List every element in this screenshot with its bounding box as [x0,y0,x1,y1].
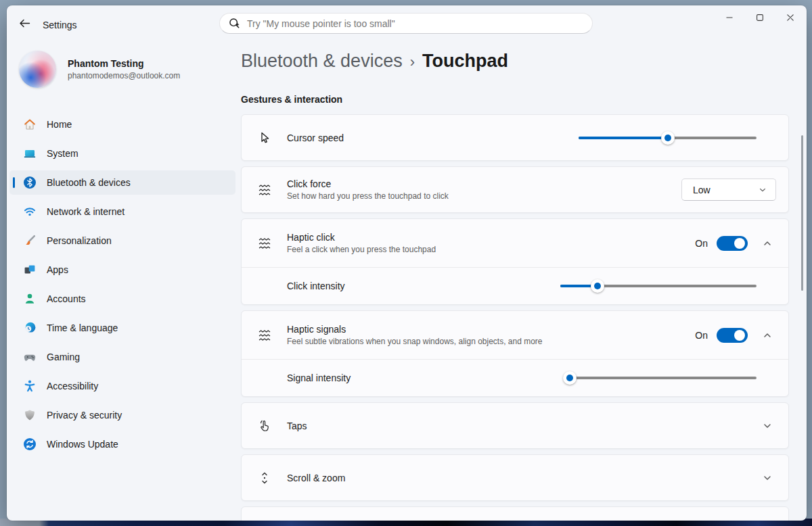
sidebar-item-label: Gaming [47,352,80,362]
toggle-knob [734,330,745,341]
click-intensity-label: Click intensity [287,281,345,291]
chevron-up-icon[interactable] [759,327,776,344]
scroll-zoom-row[interactable]: Scroll & zoom [242,455,788,500]
haptic-signals-label: Haptic signals [287,324,543,335]
settings-window: Settings [7,5,807,521]
profile-name: Phantom Testing [68,58,180,69]
network-icon [23,205,37,218]
click-force-description: Set how hard you press the touchpad to c… [287,191,449,201]
taps-label: Taps [287,421,307,431]
haptic-signals-card: Haptic signals Feel subtle vibrations wh… [241,310,789,397]
sidebar-item-label: Time & language [47,322,118,333]
toggle-knob [734,238,745,249]
close-button[interactable] [775,7,805,30]
accessibility-icon [23,379,37,393]
signal-intensity-slider[interactable] [564,371,757,385]
accounts-icon [23,292,37,306]
privacy-security-icon [23,408,37,422]
cursor-icon [258,131,271,145]
search-input[interactable] [247,18,584,29]
back-button[interactable] [16,17,33,32]
haptic-waves-icon [258,329,271,342]
sidebar-item-label: Accounts [47,293,86,304]
slider-thumb[interactable] [591,279,604,293]
slider-thumb[interactable] [563,371,577,385]
haptic-waves-icon [258,237,271,250]
click-force-row: Click force Set how hard you press the t… [242,167,788,212]
click-force-dropdown[interactable]: Low [681,178,776,201]
click-force-value: Low [693,185,759,195]
bluetooth-icon [23,176,37,189]
sidebar-item-accounts[interactable]: Accounts [9,287,235,311]
maximize-button[interactable] [744,7,775,30]
search-box[interactable] [219,13,593,34]
signal-intensity-label: Signal intensity [287,373,351,383]
cursor-speed-label: Cursor speed [287,133,344,143]
chevron-down-icon[interactable] [759,417,776,435]
page-title: Touchpad [422,51,508,72]
cursor-speed-slider[interactable] [579,131,757,145]
section-heading: Gestures & interaction [241,94,807,105]
titlebar: Settings [7,5,807,38]
app-title: Settings [43,20,77,30]
sidebar-item-label: Bluetooth & devices [47,177,131,188]
scroll-zoom-label: Scroll & zoom [287,473,345,483]
minimize-button[interactable] [714,7,744,30]
haptic-click-toggle-label: On [695,238,708,249]
windows-update-icon [23,437,37,451]
sidebar-item-label: Privacy & security [47,410,122,421]
sidebar-item-label: Apps [47,264,68,275]
avatar [19,51,56,88]
sidebar-item-label: Home [47,119,72,130]
haptic-waves-icon [258,183,271,197]
back-arrow-icon [19,18,30,31]
search-sparkle-icon [228,17,241,30]
sidebar-item-windows-update[interactable]: Windows Update [9,432,235,456]
sidebar-nav: Home System [9,112,235,461]
sidebar-item-network-internet[interactable]: Network & internet [9,199,235,224]
sidebar-item-label: System [47,148,78,159]
sidebar-item-home[interactable]: Home [9,112,235,137]
sidebar-item-privacy-security[interactable]: Privacy & security [9,403,235,427]
vertical-scrollbar[interactable] [801,135,803,291]
main-content: Bluetooth & devices › Touchpad Gestures … [241,38,807,521]
sidebar-item-time-language[interactable]: Time & language [9,316,235,340]
chevron-up-icon[interactable] [759,235,776,252]
breadcrumb-parent[interactable]: Bluetooth & devices [241,51,403,72]
haptic-click-row[interactable]: Haptic click Feel a click when you press… [242,219,788,267]
haptic-click-toggle[interactable] [717,236,748,251]
cursor-speed-row: Cursor speed [242,115,788,160]
personalization-icon [23,234,37,247]
taps-row[interactable]: Taps [242,403,788,448]
slider-thumb[interactable] [661,131,675,145]
scroll-zoom-card: Scroll & zoom [241,454,789,501]
click-force-label: Click force [287,178,449,189]
settings-card-partial [241,506,789,521]
profile-email: phantomodemos@outlook.com [68,71,180,80]
haptic-click-card: Haptic click Feel a click when you press… [241,218,789,305]
haptic-signals-toggle[interactable] [717,328,748,343]
sidebar-item-label: Network & internet [47,206,125,217]
signal-intensity-row: Signal intensity [242,360,788,396]
sidebar-item-apps[interactable]: Apps [9,258,235,282]
sidebar-item-label: Accessibility [47,381,98,391]
account-profile[interactable]: Phantom Testing phantomodemos@outlook.co… [19,51,180,88]
sidebar-item-personalization[interactable]: Personalization [9,229,235,253]
taps-card: Taps [241,402,789,449]
window-controls [714,7,805,30]
haptic-signals-toggle-label: On [695,330,708,341]
sidebar-item-label: Windows Update [47,439,118,450]
click-force-card: Click force Set how hard you press the t… [241,166,789,213]
sidebar-item-system[interactable]: System [9,141,235,166]
sidebar-item-gaming[interactable]: Gaming [9,345,235,369]
haptic-signals-description: Feel subtle vibrations when you snap win… [287,337,543,346]
scroll-icon [258,471,271,485]
haptic-signals-row[interactable]: Haptic signals Feel subtle vibrations wh… [242,311,788,359]
sidebar-item-accessibility[interactable]: Accessibility [9,374,235,398]
close-icon [786,12,794,24]
sidebar-item-bluetooth-devices[interactable]: Bluetooth & devices [9,170,235,195]
click-intensity-slider[interactable] [560,279,757,293]
chevron-down-icon[interactable] [759,469,776,487]
minimize-icon [725,12,734,24]
desktop-background: Settings [0,0,812,526]
